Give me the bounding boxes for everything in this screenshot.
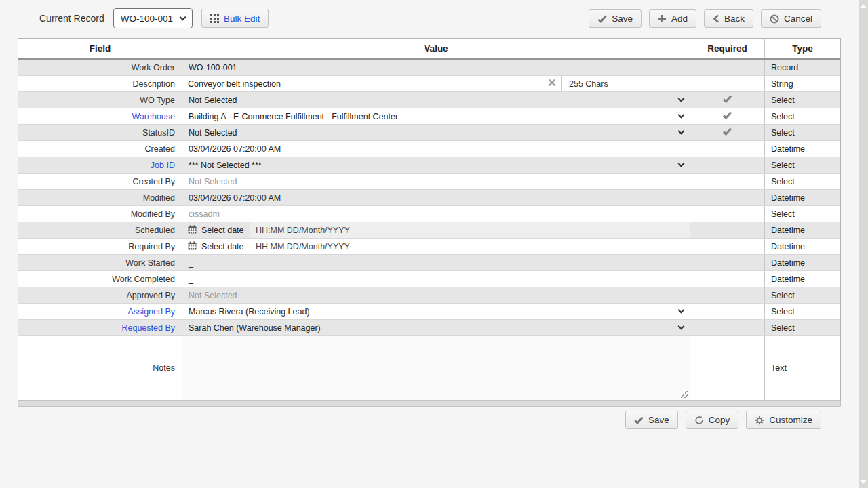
resize-handle-icon[interactable]	[681, 391, 688, 398]
type-cell-work-started: Datetime	[765, 255, 840, 270]
cancel-label: Cancel	[784, 14, 812, 24]
table-row-job-id: Job ID*** Not Selected ***Select	[18, 157, 840, 174]
scheduled-datetime-input[interactable]: HH:MM DD/Month/YYYY	[250, 222, 690, 238]
clear-x-icon[interactable]	[548, 79, 556, 89]
table-row-work-order: Work OrderWO-100-001Record	[18, 60, 840, 76]
horizontal-scrollbar[interactable]	[18, 400, 841, 407]
field-cell-description: Description	[18, 76, 182, 92]
field-label-required-by: Required By	[128, 242, 175, 251]
table-row-created: Created03/04/2026 07:20:00 AMDatetime	[18, 141, 840, 157]
field-label-scheduled: Scheduled	[135, 226, 175, 235]
value-modified: 03/04/2026 07:20:00 AM	[182, 193, 281, 203]
refresh-icon	[694, 415, 704, 425]
save-button[interactable]: Save	[589, 9, 642, 28]
table-row-assigned-by: Assigned ByMarcus Rivera (Receiving Lead…	[18, 304, 840, 320]
save-button-bottom[interactable]: Save	[625, 411, 678, 429]
value-modified-by: cissadm	[182, 209, 220, 219]
add-button[interactable]: Add	[649, 9, 696, 28]
type-cell-statusid: Select	[765, 125, 840, 140]
chevron-down-icon	[678, 161, 685, 167]
required-cell-modified	[690, 190, 765, 205]
value-cell-assigned-by: Marcus Rivera (Receiving Lead)	[182, 304, 690, 319]
value-cell-scheduled: Select dateHH:MM DD/Month/YYYY	[182, 222, 690, 238]
value-cell-modified: 03/04/2026 07:20:00 AM	[182, 190, 690, 205]
record-table-body: Work OrderWO-100-001RecordDescriptionCon…	[18, 60, 840, 400]
required-cell-notes	[690, 336, 765, 400]
wo-type-select[interactable]: Not Selected	[182, 92, 690, 108]
field-label-description: Description	[132, 79, 175, 89]
type-cell-work-completed: Datetime	[765, 271, 840, 287]
type-cell-required-by: Datetime	[765, 239, 840, 254]
vertical-scrollbar[interactable]	[859, 0, 868, 488]
type-cell-modified-by: Select	[765, 206, 840, 222]
type-cell-warehouse: Select	[765, 108, 840, 124]
record-table: Field Value Required Type Work OrderWO-1…	[18, 38, 841, 401]
customize-label: Customize	[769, 415, 812, 425]
requested-by-select[interactable]: Sarah Chen (Warehouse Manager)	[182, 320, 690, 336]
chevron-down-icon	[678, 307, 685, 314]
scroll-up-arrow-icon[interactable]	[860, 4, 867, 8]
field-label-wo-type: WO Type	[140, 96, 175, 105]
job-id-select[interactable]: *** Not Selected ***	[182, 157, 690, 173]
required-cell-requested-by	[690, 320, 765, 336]
field-link-job-id[interactable]: Job ID	[151, 161, 175, 170]
chevron-left-icon	[713, 14, 719, 23]
field-label-work-completed: Work Completed	[112, 274, 175, 284]
input-value: Conveyor belt inspection	[188, 79, 281, 89]
field-cell-assigned-by: Assigned By	[18, 304, 182, 319]
value-cell-created-by: Not Selected	[182, 174, 690, 189]
value-cell-wo-type: Not Selected	[182, 92, 690, 108]
field-link-requested-by[interactable]: Requested By	[121, 323, 175, 333]
header-field: Field	[18, 39, 182, 58]
required-cell-modified-by	[690, 206, 765, 222]
value-cell-job-id: *** Not Selected ***	[182, 157, 690, 173]
value-cell-statusid: Not Selected	[182, 125, 690, 140]
field-cell-work-order: Work Order	[18, 60, 182, 75]
required-cell-created	[690, 141, 765, 157]
notes-textarea[interactable]	[182, 336, 690, 400]
chevron-down-icon	[678, 96, 685, 102]
field-link-assigned-by[interactable]: Assigned By	[128, 307, 175, 317]
bulk-edit-button[interactable]: Bulk Edit	[201, 9, 269, 28]
statusid-select[interactable]: Not Selected	[182, 125, 690, 140]
back-button[interactable]: Back	[704, 9, 753, 28]
cancel-button[interactable]: Cancel	[761, 9, 821, 28]
type-cell-created-by: Select	[765, 174, 840, 189]
table-row-notes: NotesText	[18, 336, 840, 400]
scroll-down-arrow-icon[interactable]	[860, 480, 867, 484]
table-row-approved-by: Approved ByNot SelectedSelect	[18, 287, 840, 304]
table-row-created-by: Created ByNot SelectedSelect	[18, 174, 840, 190]
type-cell-wo-type: Select	[765, 92, 840, 108]
required-cell-work-order	[690, 60, 765, 75]
required-cell-warehouse	[690, 108, 765, 124]
calendar-icon	[188, 225, 197, 236]
required-cell-wo-type	[690, 92, 765, 108]
value-cell-notes	[182, 336, 690, 400]
field-label-work-order: Work Order	[132, 63, 175, 73]
back-label: Back	[724, 14, 745, 24]
assigned-by-select[interactable]: Marcus Rivera (Receiving Lead)	[182, 304, 690, 319]
field-cell-modified: Modified	[18, 190, 182, 205]
field-cell-statusid: StatusID	[18, 125, 182, 140]
table-row-work-started: Work Started_Datetime	[18, 255, 840, 271]
table-row-statusid: StatusIDNot SelectedSelect	[18, 125, 840, 141]
value-work-completed: _	[182, 274, 193, 284]
description-input[interactable]: Conveyor belt inspection	[182, 76, 562, 92]
char-limit-label: 255 Chars	[562, 79, 690, 89]
required-by-datetime-input[interactable]: HH:MM DD/Month/YYYY	[250, 239, 690, 254]
value-approved-by: Not Selected	[182, 291, 237, 300]
required-check-icon	[722, 127, 732, 138]
field-link-warehouse[interactable]: Warehouse	[132, 112, 175, 121]
required-by-select-date-button[interactable]: Select date	[182, 239, 250, 254]
current-record-select[interactable]: WO-100-001	[113, 8, 193, 28]
scheduled-select-date-button[interactable]: Select date	[182, 222, 250, 238]
field-label-modified: Modified	[143, 193, 175, 203]
field-cell-warehouse: Warehouse	[18, 108, 182, 124]
table-header-row: Field Value Required Type	[18, 39, 840, 60]
warehouse-select[interactable]: Building A - E-Commerce Fulfillment - Fu…	[182, 108, 690, 124]
copy-button[interactable]: Copy	[686, 411, 739, 429]
field-label-work-started: Work Started	[125, 258, 175, 268]
field-cell-modified-by: Modified By	[18, 206, 182, 222]
customize-button[interactable]: Customize	[746, 411, 821, 429]
selected-value: Not Selected	[189, 96, 237, 105]
